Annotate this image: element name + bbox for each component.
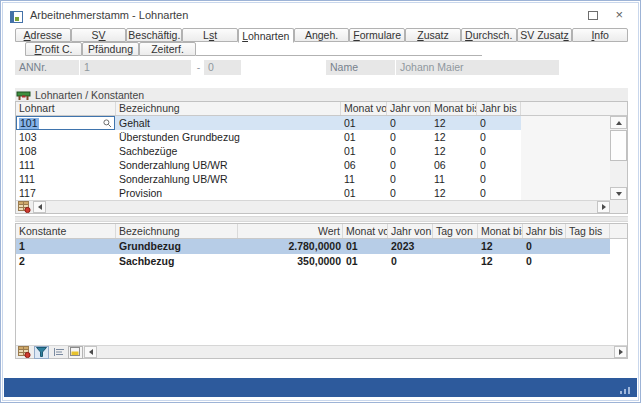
scrollbar-thumb[interactable] — [610, 130, 627, 161]
cell: 101 — [16, 116, 116, 130]
magnifier-icon[interactable] — [103, 119, 112, 128]
window-title: Arbeitnehmerstamm - Lohnarten — [30, 9, 188, 21]
header-filler — [610, 224, 627, 238]
sort-button[interactable] — [51, 346, 66, 358]
cell: 0 — [388, 254, 433, 269]
tab-label-part: ormulare — [360, 29, 401, 41]
tab-sv-zusatz[interactable]: SV Zusatz — [517, 28, 573, 42]
column-header[interactable]: Wert — [238, 224, 343, 238]
tab-row-2: Profit C.PfändungZeiterf. — [25, 42, 196, 56]
tab-label-part: usatz — [424, 29, 449, 41]
cell: Grundbezug — [116, 239, 238, 254]
arrow-up-icon — [616, 121, 622, 125]
column-header[interactable]: Tag bis — [566, 224, 610, 238]
maximize-button[interactable] — [587, 9, 599, 21]
scrollbar-track[interactable] — [46, 201, 597, 213]
horizontal-scrollbar[interactable] — [16, 200, 610, 213]
tab-info[interactable]: Info — [572, 28, 628, 42]
tab-label-part: Zeiterf. — [151, 43, 184, 55]
splitter[interactable] — [15, 216, 628, 222]
scroll-left-button[interactable] — [33, 201, 46, 213]
table-row[interactable]: 101Gehalt010120 — [16, 116, 521, 130]
column-header[interactable]: Jahr von — [387, 102, 431, 115]
tab-profit-c[interactable]: Profit C. — [25, 42, 82, 56]
cell: 01 — [341, 116, 387, 130]
tab-pfaendung[interactable]: Pfändung — [82, 42, 139, 56]
tab-formulare[interactable]: Formulare — [349, 28, 405, 42]
header-fields: ANNr. 1 - 0 Name Johann Maier — [1, 60, 641, 75]
resize-grip[interactable] — [620, 387, 630, 394]
annr-field[interactable]: 1 — [80, 60, 191, 75]
column-header[interactable]: Bezeichnung — [116, 224, 238, 238]
table-row[interactable]: 117Provision010120 — [16, 186, 521, 200]
cell: 06 — [341, 158, 387, 172]
tab-label-part: Pfändung — [88, 43, 133, 55]
cell: Überstunden Grundbezug — [116, 130, 341, 144]
filter-button[interactable] — [34, 346, 49, 359]
tab-sv[interactable]: SV — [71, 28, 127, 42]
column-header[interactable]: Jahr bis — [523, 224, 566, 238]
close-button[interactable]: × — [615, 9, 623, 21]
cell: 06 — [431, 158, 477, 172]
scrollbar-track[interactable] — [97, 346, 614, 358]
konstanten-grid: KonstanteBezeichnungWertMonat vonJahr vo… — [15, 223, 628, 359]
tab-beschaeftig[interactable]: Beschäftig. — [126, 28, 182, 42]
scroll-down-button[interactable] — [610, 187, 627, 200]
column-header[interactable]: Monat bis — [431, 102, 477, 115]
annr-separator: - — [194, 60, 203, 75]
scroll-left-button[interactable] — [84, 346, 97, 358]
tab-label-part: Angeh. — [305, 29, 338, 41]
grid-settings-button[interactable] — [17, 346, 32, 358]
column-header[interactable]: Konstante — [16, 224, 116, 238]
table-row[interactable]: 103Überstunden Grundbezug010120 — [16, 130, 521, 144]
lohnart-edit-input[interactable]: 101 — [16, 116, 115, 130]
tab-angeh[interactable]: Angeh. — [294, 28, 350, 42]
cell: Provision — [116, 186, 341, 200]
konstanten-header-row: KonstanteBezeichnungWertMonat vonJahr vo… — [16, 224, 627, 239]
cell: 0 — [523, 254, 566, 269]
cell: 0 — [387, 172, 431, 186]
konstanten-body: 1Grundbezug2.780,00000120231202Sachbezug… — [16, 239, 627, 345]
table-row[interactable]: 2Sachbezug350,0000010120 — [16, 254, 610, 269]
tab-label-part: z — [563, 29, 568, 41]
tab-zeiterf[interactable]: Zeiterf. — [139, 42, 196, 56]
lohnarten-body: 101Gehalt010120103Überstunden Grundbezug… — [16, 116, 610, 200]
scroll-up-button[interactable] — [610, 116, 627, 129]
scroll-right-button[interactable] — [614, 346, 627, 358]
tab-lst[interactable]: Lst — [182, 28, 238, 42]
tab-durchsch[interactable]: Durchsch. — [461, 28, 517, 42]
wage-types-icon — [16, 89, 32, 101]
scroll-right-button[interactable] — [597, 201, 610, 213]
column-header[interactable]: Monat bis — [478, 224, 523, 238]
tab-zusatz[interactable]: Zusatz — [405, 28, 461, 42]
tab-label-part: A — [24, 29, 31, 41]
edit-filter-button[interactable] — [68, 346, 83, 359]
grid-settings-button[interactable] — [17, 201, 32, 213]
horizontal-scrollbar[interactable] — [16, 345, 627, 358]
cell: Sachbezüge — [116, 144, 341, 158]
name-field[interactable]: Johann Maier — [396, 60, 559, 75]
column-header[interactable]: Jahr bis — [477, 102, 521, 115]
column-header[interactable]: Bezeichnung — [116, 102, 341, 115]
cell: 11 — [341, 172, 387, 186]
table-row[interactable]: 1Grundbezug2.780,0000012023120 — [16, 239, 610, 254]
vertical-scrollbar[interactable] — [610, 116, 627, 200]
column-header[interactable]: Lohnart — [16, 102, 116, 115]
name-label: Name — [326, 60, 395, 75]
column-header[interactable]: Monat von — [341, 102, 387, 115]
column-header[interactable]: Monat von — [343, 224, 388, 238]
cell: Sonderzahlung UB/WR — [116, 158, 341, 172]
cell: 12 — [431, 130, 477, 144]
table-row[interactable]: 111Sonderzahlung UB/WR060060 — [16, 158, 521, 172]
table-row[interactable]: 108Sachbezüge010120 — [16, 144, 521, 158]
tab-label-part: S — [92, 29, 99, 41]
tab-lohnarten[interactable]: Lohnarten — [238, 28, 294, 43]
column-header[interactable]: Jahr von — [388, 224, 433, 238]
column-header[interactable]: Tag von — [433, 224, 478, 238]
annr-sub-field[interactable]: 0 — [204, 60, 241, 75]
tab-adresse[interactable]: Adresse — [15, 28, 71, 42]
sort-lines-icon — [53, 347, 65, 357]
table-row[interactable]: 111Sonderzahlung UB/WR110110 — [16, 172, 521, 186]
form-window-icon — [10, 9, 23, 21]
cell: 01 — [343, 254, 388, 269]
